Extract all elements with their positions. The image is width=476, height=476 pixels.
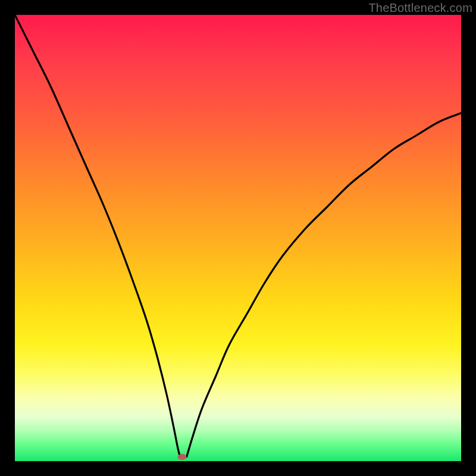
minimum-marker <box>178 454 187 460</box>
chart-frame: TheBottleneck.com <box>0 0 476 476</box>
plot-area <box>15 15 461 461</box>
watermark-text: TheBottleneck.com <box>368 1 472 15</box>
bottleneck-curve <box>15 15 461 461</box>
